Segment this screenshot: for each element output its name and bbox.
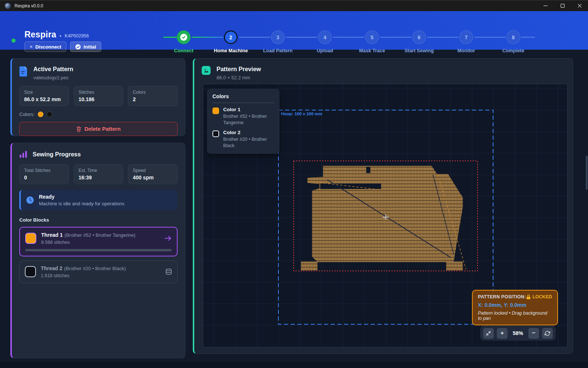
legend-entry-color-1: Color 1 Brother #52 • Brother Tangerine <box>212 107 274 126</box>
preview-title: Pattern Preview <box>217 66 261 73</box>
minimize-button[interactable] <box>537 0 554 11</box>
footer-strip <box>0 362 588 368</box>
stat-stitches: Stitches 10.186 <box>74 86 123 106</box>
scrollbar-thumb[interactable] <box>586 156 588 190</box>
legend-title: Colors <box>212 93 274 99</box>
thread-1-swatch <box>25 233 36 244</box>
stat-colors: Colors 2 <box>128 86 178 106</box>
pattern-position-overlay: PATTERN POSITION: LOCKED X: 0.0mm, Y: 0.… <box>472 290 558 325</box>
step-start-sewing[interactable]: 6 Start Sewing <box>396 30 443 53</box>
delete-pattern-button[interactable]: Delete Pattern <box>19 122 178 136</box>
image-icon <box>202 66 211 75</box>
zoom-out-button[interactable]: − <box>528 328 539 339</box>
layers-icon <box>165 268 172 275</box>
thread-block-2[interactable]: Thread 2 (Brother #20 • Brother Black) 1… <box>19 261 178 283</box>
disconnect-label: Disconnect <box>35 44 61 50</box>
stat-size: Size 86.0 x 52.2 mm <box>19 86 69 106</box>
thread-1-progress-bar <box>25 249 172 251</box>
reset-view-button[interactable] <box>542 328 553 339</box>
position-coords: X: 0.0mm, Y: 0.0mm <box>478 302 552 308</box>
thread-block-1[interactable]: Thread 1 (Brother #52 • Brother Tangerin… <box>19 227 178 256</box>
color-swatch-black <box>47 112 52 117</box>
thread-2-swatch <box>25 266 36 277</box>
delete-pattern-label: Delete Pattern <box>85 126 121 132</box>
app-icon <box>5 3 11 9</box>
brand-name: Respira <box>24 30 56 40</box>
step-complete[interactable]: 8 Complete <box>490 30 537 53</box>
serial-separator: • <box>60 33 62 39</box>
pattern-filename: valetudogv2.pes <box>33 75 73 80</box>
step-mask-trace[interactable]: 5 Mask Trace <box>348 30 396 53</box>
titlebar: Respira v0.0.0 <box>0 0 588 11</box>
disconnect-x-icon: × <box>30 44 33 50</box>
pattern-preview-panel: Pattern Preview 86.0 × 52.2 mm <box>193 58 573 354</box>
legend-swatch-orange <box>212 107 219 114</box>
color-swatch-orange <box>38 112 43 117</box>
disconnect-button[interactable]: × Disconnect <box>24 42 66 52</box>
stitch-fill <box>301 166 463 270</box>
legend-entry-color-2: Color 2 Brother #20 • Brother Black <box>212 130 274 149</box>
color-blocks-label: Color Blocks <box>19 217 178 223</box>
app-header: Respira • K4P502956 × Disconnect Initial… <box>0 11 588 50</box>
colors-label: Colors: <box>19 112 34 117</box>
step-done-check-icon <box>180 34 187 41</box>
clock-icon <box>26 196 34 204</box>
maximize-button[interactable] <box>554 0 571 11</box>
colors-legend: Colors Color 1 Brother #52 • Brother Tan… <box>207 89 280 154</box>
window-controls <box>537 0 588 11</box>
position-label: PATTERN POSITION: <box>478 294 526 299</box>
refresh-icon <box>545 331 550 336</box>
step-load-pattern[interactable]: 3 Load Pattern <box>254 30 301 53</box>
hoop-label: Hoop: 100 x 100 mm <box>281 112 322 116</box>
machine-status-title: Ready <box>39 194 125 200</box>
preview-canvas[interactable]: Hoop: 100 x 100 mm Colors Color 1 Brothe… <box>203 84 568 348</box>
stat-total-stitches: Total Stitches 0 <box>19 164 69 184</box>
close-button[interactable] <box>571 0 588 11</box>
zoom-level: 58% <box>511 330 525 336</box>
workflow-stepper: 1 Connect 2 Home Machine 3 Load Pattern … <box>160 30 537 53</box>
window-title: Respira v0.0.0 <box>14 3 43 9</box>
stat-speed: Speed 400 spm <box>128 164 178 184</box>
machine-status-desc: Machine is idle and ready for operations <box>39 201 125 206</box>
step-upload[interactable]: 4 Upload <box>301 30 348 53</box>
document-icon <box>19 66 28 77</box>
active-pattern-title: Active Pattern <box>33 66 73 73</box>
machine-status-banner: Ready Machine is idle and ready for oper… <box>19 190 178 210</box>
arrow-right-icon <box>164 235 172 241</box>
legend-swatch-black <box>212 130 219 137</box>
plus-icon: + <box>501 329 504 337</box>
sewing-progress-title: Sewing Progress <box>33 151 81 158</box>
active-pattern-card: Active Pattern valetudogv2.pes Size 86.0… <box>10 58 185 136</box>
check-circle-icon <box>75 44 81 50</box>
preview-dimensions: 86.0 × 52.2 mm <box>217 75 261 80</box>
machine-serial: K4P502956 <box>65 33 89 39</box>
step-home-machine[interactable]: 2 Home Machine <box>207 30 254 53</box>
compress-icon <box>486 331 491 336</box>
zoom-controls: + 58% − <box>480 326 556 341</box>
step-monitor[interactable]: 7 Monitor <box>443 30 490 53</box>
lock-icon <box>526 295 531 299</box>
zoom-in-button[interactable]: + <box>497 328 508 339</box>
locked-badge: LOCKED <box>526 294 552 299</box>
trash-icon <box>76 126 81 132</box>
bar-chart-icon <box>19 150 27 159</box>
stat-est-time: Est. Time 16:39 <box>74 164 123 184</box>
step-connect[interactable]: 1 Connect <box>160 30 207 53</box>
app-window: Respira v0.0.0 Respira • K4P502956 × Dis… <box>0 0 588 368</box>
minus-icon: − <box>532 329 536 337</box>
initial-button[interactable]: Initial <box>70 42 101 52</box>
sewing-progress-card: Sewing Progress Total Stitches 0 Est. Ti… <box>10 143 185 358</box>
initial-label: Initial <box>83 44 96 50</box>
fit-view-button[interactable] <box>483 328 494 339</box>
position-hint: Pattern locked • Drag background to pan <box>478 311 552 321</box>
connection-status-dot <box>11 39 16 43</box>
